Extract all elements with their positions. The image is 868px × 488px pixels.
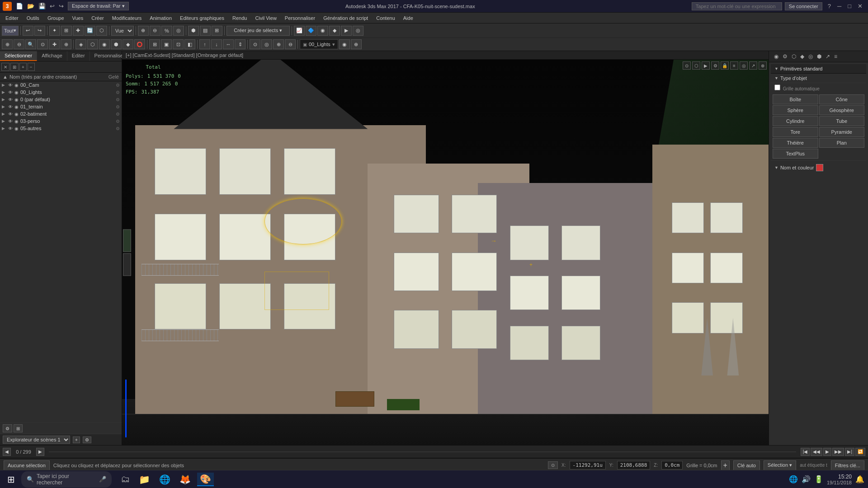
snap-toggle[interactable]: ⊕ xyxy=(138,26,149,36)
primitive-geosphere[interactable]: Géosphère xyxy=(819,105,865,115)
spinner-snap[interactable]: ◎ xyxy=(173,26,184,36)
settings-icon[interactable]: ⚙ xyxy=(116,83,120,88)
viewport-canvas[interactable]: → + Polys:Total Polys: xyxy=(122,60,769,445)
select-btn[interactable]: ✦ xyxy=(49,26,60,36)
scale-btn[interactable]: ⬡ xyxy=(96,26,107,36)
thumb-item[interactable] xyxy=(123,253,131,276)
tb2-btn9[interactable]: ◉ xyxy=(99,39,110,49)
tb2-final1[interactable]: ◉ xyxy=(339,39,350,49)
menu-civil-view[interactable]: Civil View xyxy=(251,14,280,22)
list-item[interactable]: ▶ 👁 ◉ 01_terrain ⚙ xyxy=(0,103,122,110)
primitive-plan[interactable]: Plan xyxy=(819,138,865,148)
play-btn[interactable]: ▶ xyxy=(823,448,831,456)
menu-editer[interactable]: Editer xyxy=(2,14,22,22)
settings-icon[interactable]: ⚙ xyxy=(116,97,120,102)
visibility-icon[interactable]: 👁 xyxy=(8,97,13,102)
thumb-item[interactable] xyxy=(123,229,131,252)
panel-icon-7[interactable]: ↗ xyxy=(824,53,831,60)
tb2-btn18[interactable]: ↓ xyxy=(211,39,222,49)
tb2-btn20[interactable]: ⇕ xyxy=(235,39,245,49)
filters-cle-btn[interactable]: Filtres clé... xyxy=(831,460,864,470)
tb2-btn13[interactable]: ⊞ xyxy=(149,39,160,49)
tb2-btn24[interactable]: ⊖ xyxy=(285,39,296,49)
toolbar-select-all[interactable]: Tout ▾ xyxy=(2,26,19,36)
workspace-selector[interactable]: Espace de travail: Par ▾ xyxy=(68,2,129,10)
redo-toolbar[interactable]: ↪ xyxy=(34,26,45,36)
explorer-sort-btn[interactable]: ⊞ xyxy=(14,424,23,432)
tb2-btn12[interactable]: ⭕ xyxy=(134,39,145,49)
loop-btn[interactable]: 🔁 xyxy=(855,448,865,456)
tb2-btn22[interactable]: ◎ xyxy=(261,39,272,49)
align-btn[interactable]: ▤ xyxy=(200,26,211,36)
goto-start-btn[interactable]: |◀ xyxy=(801,448,810,456)
menu-groupe[interactable]: Groupe xyxy=(44,14,68,22)
tb2-btn1[interactable]: ⊕ xyxy=(2,39,13,49)
help-btn[interactable]: ? xyxy=(825,2,834,10)
vp-stats-btn[interactable]: ◎ xyxy=(740,61,748,70)
primitive-theiere[interactable]: Théière xyxy=(773,138,818,148)
menu-modificateurs[interactable]: Modificateurs xyxy=(108,14,145,22)
activeshade[interactable]: ◎ xyxy=(353,26,363,36)
vp-perspective-btn[interactable]: ⊙ xyxy=(683,61,691,70)
primitive-textplus[interactable]: TextPlus xyxy=(773,149,818,159)
vp-extra-btn[interactable]: ≡ xyxy=(730,61,738,70)
tb2-btn2[interactable]: ⊖ xyxy=(14,39,24,49)
tb2-btn11[interactable]: ◆ xyxy=(123,39,133,49)
list-item[interactable]: ▶ 👁 ◉ 05-autres ⚙ xyxy=(0,125,122,132)
tb2-final2[interactable]: ⊕ xyxy=(351,39,362,49)
search-area[interactable]: 🔍 Taper ici pour rechercher 🎤 xyxy=(21,471,112,488)
menu-script[interactable]: Génération de script xyxy=(320,14,372,22)
tb2-btn7[interactable]: ◈ xyxy=(75,39,86,49)
undo-btn[interactable]: ↩ xyxy=(48,2,56,10)
menu-animation[interactable]: Animation xyxy=(146,14,175,22)
list-item[interactable]: ▶ 👁 ◉ 0 (par défaut) ⚙ xyxy=(0,96,122,103)
next-key-btn[interactable]: ▶▶ xyxy=(832,448,844,456)
explorer-manage-btn[interactable]: ⚙ xyxy=(83,436,91,443)
no-selection-btn[interactable]: Aucune sélection xyxy=(4,460,50,470)
prev-frame-btn[interactable]: ◀ xyxy=(3,448,11,456)
menu-aide[interactable]: Aide xyxy=(400,14,417,22)
curve-editor[interactable]: 📈 xyxy=(294,26,305,36)
menu-personnaliser[interactable]: Personnaliser xyxy=(281,14,319,22)
auto-grid-check[interactable] xyxy=(774,84,780,90)
filter-panel[interactable]: ⊞ xyxy=(10,63,19,71)
panel-icon-6[interactable]: ⬢ xyxy=(816,53,823,60)
layer-dropdown[interactable]: ▾ xyxy=(332,42,335,47)
prev-key-btn[interactable]: ◀◀ xyxy=(811,448,822,456)
timeline-ruler[interactable]: 0 20 40 60 80 100 120 140 160 180 200 22… xyxy=(49,451,796,452)
close-btn[interactable]: ✕ xyxy=(855,2,865,10)
primitive-tube[interactable]: Tube xyxy=(819,116,865,126)
panel-icon-2[interactable]: ⚙ xyxy=(781,53,789,60)
reference-coord[interactable]: Vue xyxy=(111,26,134,36)
tab-editer[interactable]: Editer xyxy=(67,51,90,61)
panel-icon-5[interactable]: ◎ xyxy=(807,53,814,60)
save-btn[interactable]: 💾 xyxy=(37,2,47,10)
maximize-btn[interactable]: □ xyxy=(845,2,854,10)
tb2-btn10[interactable]: ⬢ xyxy=(111,39,122,49)
select-region[interactable]: ⊞ xyxy=(61,26,72,36)
visibility-icon[interactable]: 👁 xyxy=(8,119,13,124)
primitive-cylindre[interactable]: Cylindre xyxy=(773,116,818,126)
primitive-sphere[interactable]: Sphère xyxy=(773,105,818,115)
sign-in-btn[interactable]: Se connecter xyxy=(785,2,822,10)
selection-mode-btn[interactable]: Sélection ▾ xyxy=(764,460,796,470)
menu-creer[interactable]: Créer xyxy=(88,14,108,22)
primitives-title[interactable]: ▼ Primitives standard xyxy=(771,64,866,74)
panel-icon-4[interactable]: ◆ xyxy=(799,53,806,60)
rotate-btn[interactable]: 🔄 xyxy=(85,26,95,36)
schematic[interactable]: 🔷 xyxy=(306,26,316,36)
vp-config-btn[interactable]: ⚙ xyxy=(711,61,719,70)
list-item[interactable]: ▶ 👁 ◉ 00_Cam ⚙ xyxy=(0,81,122,89)
menu-vues[interactable]: Vues xyxy=(69,14,87,22)
visibility-icon[interactable]: 👁 xyxy=(8,112,13,117)
tab-affichage[interactable]: Affichage xyxy=(37,51,67,61)
close-panel[interactable]: ✕ xyxy=(1,63,9,71)
primitive-tore[interactable]: Tore xyxy=(773,127,818,137)
taskbar-3dsmax[interactable]: 🎨 xyxy=(197,473,214,486)
render-btn[interactable]: ▶ xyxy=(341,26,352,36)
vp-nav-btn[interactable]: ↗ xyxy=(749,61,757,70)
new-file-btn[interactable]: 📄 xyxy=(14,2,24,10)
list-item[interactable]: ▶ 👁 ◉ 00_Lights ⚙ xyxy=(0,89,122,96)
tb2-btn23[interactable]: ⊕ xyxy=(273,39,284,49)
undo-toolbar[interactable]: ↩ xyxy=(23,26,33,36)
